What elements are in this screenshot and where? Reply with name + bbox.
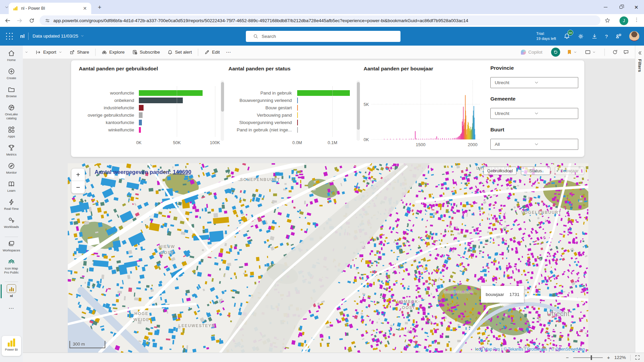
sidebar-item-iconmap[interactable]: Icon MapPro Public xyxy=(0,258,23,275)
copilot-button[interactable]: Copilot xyxy=(518,47,546,57)
browser-menu-icon[interactable]: ⋮ xyxy=(633,17,640,23)
tab-close-icon[interactable]: ✕ xyxy=(82,5,88,11)
sidebar-item-realtime[interactable]: Real-Time xyxy=(0,198,23,211)
map-layer-button-gebruiksdoel[interactable]: Gebruiksdoel xyxy=(483,167,517,175)
notification-count-badge: 58 xyxy=(568,30,573,36)
sidebar-item-create[interactable]: Create xyxy=(0,68,23,80)
report-icon xyxy=(7,284,16,293)
bar-category-label: Pand in gebruik xyxy=(224,90,294,96)
sidebar-item-learn[interactable]: Learn xyxy=(0,180,23,193)
window-restore-button[interactable] xyxy=(613,0,629,14)
expand-filters-icon[interactable] xyxy=(637,50,642,56)
refresh-icon[interactable] xyxy=(612,49,618,55)
attribution-link[interactable]: © OpenStreetMap xyxy=(551,347,585,352)
filter-dropdown-provincie[interactable]: Utrecht xyxy=(490,77,578,88)
map-layer-button-status[interactable]: Status xyxy=(521,167,550,175)
new-tab-button[interactable]: + xyxy=(96,4,103,11)
map-visual[interactable]: SCHEPENBUURTNIEUW OOSTHOGE WEIDELEEUWEST… xyxy=(68,163,588,353)
user-avatar[interactable] xyxy=(629,31,639,41)
sidebar-item-nl[interactable]: nl xyxy=(0,284,23,298)
drag-handle[interactable] xyxy=(89,168,91,176)
powerbi-home-button[interactable]: Power BI xyxy=(2,336,21,356)
bookmarks-button[interactable] xyxy=(566,47,578,57)
chart-gebruiksdoel[interactable]: Aantal panden per gebruiksdoel woonfunct… xyxy=(71,60,228,157)
chart-status[interactable]: Aantal panden per status Pand in gebruik… xyxy=(224,60,364,157)
filters-rail-label[interactable]: Filters xyxy=(637,59,642,72)
bar-2[interactable] xyxy=(139,105,144,111)
search-icon xyxy=(253,34,258,39)
attribution-link[interactable]: © Tekantis xyxy=(504,347,523,352)
bar-5[interactable] xyxy=(139,127,141,133)
chart-bouwjaar[interactable]: Aantal panden per bouwjaar 5K0K15002000 xyxy=(360,60,486,157)
window-minimize-button[interactable] xyxy=(598,0,613,14)
bar-0[interactable] xyxy=(139,90,203,96)
help-icon[interactable]: ? xyxy=(605,34,608,39)
filter-dropdown-buurt[interactable]: All xyxy=(490,139,578,150)
edit-button[interactable]: Edit xyxy=(201,47,223,57)
subscribe-icon xyxy=(132,50,138,55)
bar-1[interactable] xyxy=(297,98,298,103)
data-updated-dropdown[interactable]: Data updated 11/03/25 xyxy=(33,34,84,39)
sidebar-item-home[interactable]: Home xyxy=(0,50,23,62)
url-field[interactable]: app.powerbi.com/groups/0df86bfa-4d1d-472… xyxy=(40,15,600,25)
reload-icon[interactable] xyxy=(27,16,36,25)
bar-1[interactable] xyxy=(139,98,183,103)
share-button[interactable]: Share xyxy=(66,47,93,57)
x-axis-tick: 2000 xyxy=(468,142,478,147)
browser-profile-avatar[interactable]: J xyxy=(620,16,628,25)
sidebar-item-monitor[interactable]: Monitor xyxy=(0,162,23,175)
sidebar-item-onelake[interactable]: OneLakecatalog xyxy=(0,104,23,120)
sidebar-item-workspaces[interactable]: Workspaces xyxy=(0,240,23,252)
bar-4[interactable] xyxy=(297,120,298,125)
bar-4[interactable] xyxy=(139,120,142,125)
bookmark-star-icon[interactable] xyxy=(604,17,610,23)
sidebar-item-apps[interactable]: Apps xyxy=(0,126,23,138)
settings-gear-icon[interactable] xyxy=(578,33,584,40)
attribution-link[interactable]: Icon Map Pro xyxy=(475,347,500,352)
sidebar-item-more[interactable]: ⋯ xyxy=(0,305,23,311)
bar-0[interactable] xyxy=(297,90,350,96)
bar-category-label: Sloopvergunning verleend xyxy=(224,120,294,125)
bar-3[interactable] xyxy=(139,112,143,118)
fit-to-page-icon[interactable] xyxy=(635,355,640,360)
search-input[interactable]: Search xyxy=(246,31,400,42)
bar-category-label: woonfunctie xyxy=(71,90,137,96)
download-icon[interactable] xyxy=(591,33,598,40)
bar-category-label: overige gebruiksfunctie xyxy=(71,113,137,118)
subscribe-button[interactable]: Subscribe xyxy=(129,47,163,57)
sidebar-item-metrics[interactable]: Metrics xyxy=(0,144,23,157)
feedback-icon[interactable] xyxy=(615,33,622,40)
chevron-down-icon xyxy=(534,142,574,146)
export-menu[interactable]: Export xyxy=(32,47,65,57)
back-icon[interactable] xyxy=(3,16,12,25)
workspaces-icon xyxy=(0,240,23,247)
site-info-icon[interactable] xyxy=(45,18,50,23)
zoom-out-button[interactable]: − xyxy=(566,355,569,360)
bar-3[interactable] xyxy=(297,112,298,118)
map-zoom-in-button[interactable]: + xyxy=(71,169,85,181)
view-button[interactable] xyxy=(584,47,597,57)
bar-5[interactable] xyxy=(297,127,298,133)
forward-icon[interactable] xyxy=(15,16,24,25)
app-launcher-icon[interactable] xyxy=(6,33,13,40)
explore-button[interactable]: Explore xyxy=(98,47,128,57)
reset-bookmark-button[interactable] xyxy=(551,48,560,57)
panden-count-link[interactable]: 149690 xyxy=(173,169,191,175)
filter-dropdown-gemeente[interactable]: Utrecht xyxy=(490,108,578,119)
window-close-button[interactable]: ✕ xyxy=(629,0,644,14)
zoom-in-button[interactable]: + xyxy=(607,355,610,360)
zoom-slider[interactable] xyxy=(573,357,603,358)
map-zoom-out-button[interactable]: − xyxy=(71,181,85,193)
comments-icon[interactable] xyxy=(623,49,629,55)
browser-tab[interactable]: nl - Power BI ✕ xyxy=(9,3,91,14)
bar-2[interactable] xyxy=(297,105,298,111)
sidebar-item-browse[interactable]: Browse xyxy=(0,86,23,98)
notifications-bell-icon[interactable]: 58 xyxy=(564,33,570,40)
more-options-icon[interactable]: ⋯ xyxy=(224,49,233,55)
sidebar-item-workloads[interactable]: Workloads xyxy=(0,217,23,229)
map-layer-button-bouwjaar[interactable]: Bouwjaar xyxy=(555,167,584,175)
map-canvas[interactable] xyxy=(68,163,588,353)
chart-scrollbar[interactable] xyxy=(221,80,224,141)
set-alert-button[interactable]: Set alert xyxy=(164,47,195,57)
attribution-link[interactable]: Protomaps xyxy=(527,347,547,352)
